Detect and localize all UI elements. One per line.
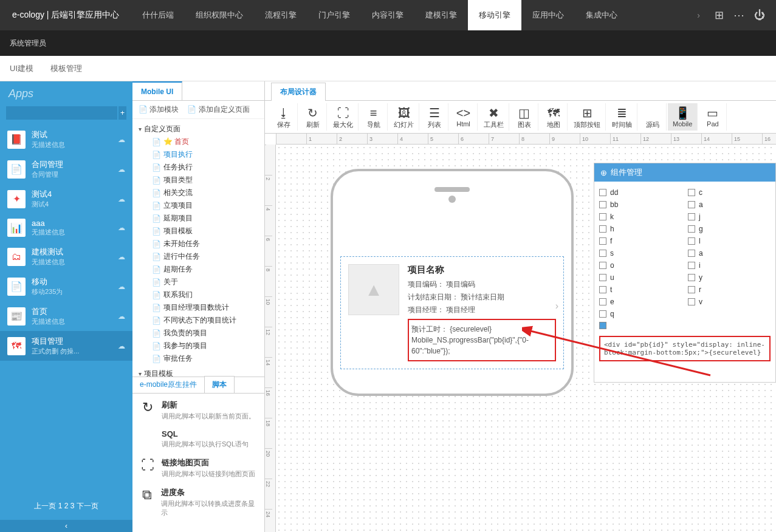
- checkbox-icon[interactable]: [599, 237, 606, 245]
- tree-node[interactable]: 📄 延期项目: [139, 212, 262, 225]
- panel-field[interactable]: u: [599, 271, 682, 284]
- tree-node[interactable]: 📄 超期任务: [139, 263, 262, 276]
- tree-node[interactable]: 📄 审批任务: [139, 352, 262, 365]
- tree-node[interactable]: 📄 进行中任务: [139, 250, 262, 263]
- checkbox-icon[interactable]: [599, 225, 606, 233]
- tool-最大化[interactable]: ⛶最大化: [328, 103, 359, 131]
- tree-node[interactable]: 📄 我参与的项目: [139, 339, 262, 352]
- checkbox-icon[interactable]: [599, 310, 606, 318]
- tool-图表[interactable]: ◫图表: [510, 103, 538, 131]
- more-icon[interactable]: ⋯: [733, 9, 744, 22]
- app-item[interactable]: 📄合同管理合同管理☁: [0, 154, 132, 184]
- script-item[interactable]: ⛶链接地图页面调用此脚本可以链接到地图页面: [140, 457, 257, 479]
- tool-幻灯片[interactable]: 🖼幻灯片: [389, 103, 419, 131]
- panel-field[interactable]: dd: [599, 186, 682, 199]
- expand-icon[interactable]: ⊕: [600, 168, 607, 177]
- app-item[interactable]: 🗺项目管理正式勿删 勿操...☁: [0, 331, 132, 361]
- script-item[interactable]: ↻刷新调用此脚本可以刷新当前页面。: [140, 400, 257, 421]
- tree-node[interactable]: 📄 项目模板: [139, 225, 262, 237]
- panel-field[interactable]: a: [688, 247, 771, 259]
- topnav-item[interactable]: 集成中心: [575, 0, 628, 30]
- checkbox-icon[interactable]: [688, 250, 695, 257]
- checkbox-icon[interactable]: [688, 201, 695, 208]
- tree-node[interactable]: 📄 关于: [139, 276, 262, 288]
- tool-Mobile[interactable]: 📱Mobile: [668, 103, 698, 131]
- app-item[interactable]: 📕测试无描述信息☁: [0, 124, 132, 154]
- subnav-item[interactable]: UI建模: [10, 63, 33, 74]
- tool-列表[interactable]: ☰列表: [421, 103, 448, 131]
- script-item[interactable]: SQL调用此脚本可以执行SQL语句: [140, 429, 257, 449]
- checkbox-icon[interactable]: [599, 274, 606, 281]
- checkbox-icon[interactable]: [688, 225, 695, 233]
- checkbox-icon[interactable]: [599, 213, 606, 220]
- tool-刷新[interactable]: ↻刷新: [299, 103, 327, 131]
- app-item[interactable]: ✦测试4测试4☁: [0, 184, 132, 214]
- component-panel[interactable]: ⊕组件管理 ddbbkhfsouteq cajglaiyrv <div id="…: [594, 163, 776, 383]
- tool-时间轴[interactable]: ≣时间轴: [607, 103, 637, 131]
- panel-field[interactable]: h: [599, 223, 682, 235]
- mid-tab-mobileui[interactable]: Mobile UI: [132, 81, 182, 100]
- panel-field[interactable]: i: [688, 259, 771, 271]
- panel-field[interactable]: e: [599, 296, 682, 308]
- tool-工具栏[interactable]: ✖工具栏: [479, 103, 509, 131]
- panel-field[interactable]: f: [599, 235, 682, 247]
- tree-node[interactable]: 📄 未开始任务: [139, 237, 262, 250]
- tree-node[interactable]: 📄 不同状态下的项目统计: [139, 314, 262, 327]
- grid-icon[interactable]: ⊞: [715, 9, 724, 22]
- apps-search-input[interactable]: [6, 106, 117, 120]
- checkbox-icon[interactable]: [688, 286, 695, 293]
- subnav-item[interactable]: 模板管理: [50, 63, 82, 74]
- tool-地图[interactable]: 🗺地图: [540, 103, 568, 131]
- tool-顶部按钮[interactable]: ⊞顶部按钮: [569, 103, 606, 131]
- checkbox-icon[interactable]: [688, 262, 695, 269]
- app-item[interactable]: 📰首页无描述信息☁: [0, 301, 132, 331]
- chevron-right-icon[interactable]: ›: [697, 10, 700, 20]
- script-item[interactable]: ⧉进度条调用此脚本可以转换成进度条显示: [140, 487, 257, 517]
- checkbox-icon[interactable]: [599, 189, 606, 196]
- tree-node[interactable]: 📄 ⭐ 首页: [139, 135, 262, 148]
- tree-node[interactable]: 📄 项目执行: [139, 148, 262, 161]
- tree-group[interactable]: 自定义页面: [139, 123, 262, 135]
- panel-field[interactable]: y: [688, 271, 771, 284]
- tool-Html[interactable]: <>Html: [450, 103, 478, 131]
- panel-field[interactable]: s: [599, 247, 682, 259]
- panel-field-selected[interactable]: [599, 320, 771, 331]
- topnav-item[interactable]: 建模引擎: [414, 0, 468, 30]
- tool-源码[interactable]: 源码: [639, 103, 667, 131]
- topnav-item[interactable]: 移动引擎: [468, 0, 521, 30]
- add-module-button[interactable]: 📄 添加模块: [139, 104, 179, 115]
- mid-bottab[interactable]: 脚本: [204, 376, 235, 393]
- checkbox-icon[interactable]: [599, 286, 606, 293]
- panel-field[interactable]: l: [688, 235, 771, 247]
- add-custom-page-button[interactable]: 📄 添加自定义页面: [187, 104, 249, 115]
- panel-field[interactable]: bb: [599, 199, 682, 211]
- panel-field[interactable]: v: [688, 296, 771, 308]
- tree-node[interactable]: 📄 立项项目: [139, 199, 262, 212]
- panel-field[interactable]: a: [688, 199, 771, 211]
- topnav-item[interactable]: 组织权限中心: [185, 0, 254, 30]
- topnav-item[interactable]: 应用中心: [521, 0, 575, 30]
- topnav-item[interactable]: 门户引擎: [307, 0, 361, 30]
- topnav-item[interactable]: 什什后端: [131, 0, 185, 30]
- sidebar-collapse[interactable]: ‹: [0, 520, 132, 532]
- app-item[interactable]: 📄移动移动235为☁: [0, 271, 132, 301]
- checkbox-icon[interactable]: [688, 189, 695, 196]
- topnav-item[interactable]: 内容引擎: [361, 0, 414, 30]
- tree-node[interactable]: 📄 任务执行: [139, 161, 262, 174]
- apps-add-button[interactable]: +: [118, 106, 126, 120]
- checkbox-icon[interactable]: [599, 262, 606, 269]
- checkbox-icon[interactable]: [688, 274, 695, 281]
- app-item[interactable]: 🗂建模测试无描述信息☁: [0, 242, 132, 271]
- panel-field[interactable]: j: [688, 211, 771, 223]
- panel-field[interactable]: k: [599, 211, 682, 223]
- tree-node[interactable]: 📄 我负责的项目: [139, 327, 262, 339]
- panel-field[interactable]: q: [599, 308, 682, 320]
- panel-field[interactable]: t: [599, 284, 682, 296]
- topnav-item[interactable]: 流程引擎: [254, 0, 307, 30]
- checkbox-icon[interactable]: [688, 213, 695, 220]
- tree-node[interactable]: 📄 项目经理项目数统计: [139, 301, 262, 314]
- tree-node[interactable]: 📄 联系我们: [139, 288, 262, 301]
- checkbox-icon[interactable]: [688, 237, 695, 245]
- main-tab-layout[interactable]: 布局设计器: [271, 83, 326, 101]
- checkbox-icon[interactable]: [599, 298, 606, 305]
